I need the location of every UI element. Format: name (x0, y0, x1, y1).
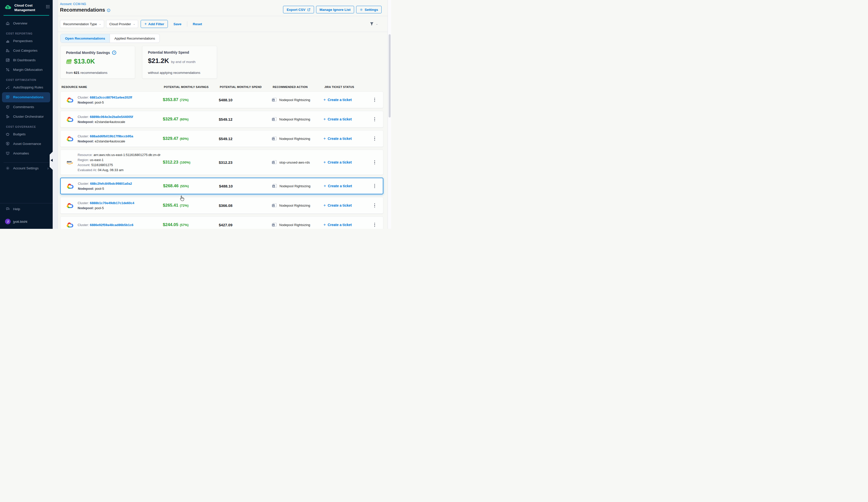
row-menu-kebab-icon[interactable] (373, 159, 377, 166)
save-filter-button[interactable]: Save (173, 22, 182, 26)
sidebar-item-asset-governance[interactable]: Asset Governance (0, 139, 53, 149)
shield-dollar-icon (6, 142, 10, 146)
sidebar-item-overview[interactable]: Overview (0, 19, 53, 28)
settings-button[interactable]: Settings (356, 6, 382, 13)
spend-value: $21.2K (148, 57, 169, 65)
sidebar-item-bi-dashboards[interactable]: BI Dashboards (0, 55, 53, 65)
create-ticket-button[interactable]: +Create a ticket (322, 184, 366, 188)
question-circle-icon[interactable]: ? (112, 50, 116, 55)
reset-filter-button[interactable]: Reset (193, 22, 202, 26)
sidebar-item-commitments[interactable]: Commitments (0, 102, 53, 112)
plus-icon: + (323, 203, 326, 208)
plus-icon: + (323, 117, 326, 122)
create-ticket-button[interactable]: +Create a ticket (321, 203, 366, 208)
sidebar-item-cluster-orchestrator[interactable]: Cluster Orchestrator (0, 112, 53, 122)
spend-cell: $488.10 (217, 98, 270, 102)
recommendation-type-dropdown[interactable]: Recommendation Type ⌄ (60, 20, 104, 28)
sidebar-item-recommendations[interactable]: Recommendations (2, 92, 50, 102)
dashboard-icon (6, 58, 10, 62)
create-ticket-button[interactable]: +Create a ticket (321, 97, 366, 102)
row-menu-kebab-icon[interactable] (373, 135, 377, 143)
sidebar-item-autostopping-rules[interactable]: AutoStopping Rules (0, 83, 53, 92)
sidebar-item-margin-obfuscation[interactable]: Margin Obfuscation (0, 65, 53, 75)
filter-bar: Recommendation Type ⌄ Cloud Provider ⌄ +… (58, 16, 391, 32)
gcp-provider-icon (66, 183, 74, 189)
filter-panel-toggle[interactable]: ⌄ (370, 22, 378, 26)
aws-provider-icon: aws (66, 160, 74, 165)
rightsizing-action-icon (272, 203, 277, 208)
sidebar-item-account-settings[interactable]: Account Settings › (0, 164, 53, 173)
resource-line-cluster: Cluster: 68898c064e3e2ba0e544005f (78, 115, 133, 119)
section-heading-cost-reporting: COST REPORTING (0, 28, 53, 36)
resource-cell: Cluster: 688add6fb019b17f9bccb95aNodepoo… (61, 134, 161, 143)
user-profile[interactable]: J jyoti.bisht (0, 218, 53, 225)
breadcrumb[interactable]: Account: CCM-NG (60, 2, 110, 6)
sidebar-item-cost-categories[interactable]: Cost Categories (0, 46, 53, 55)
create-ticket-button[interactable]: +Create a ticket (321, 160, 366, 165)
table-row[interactable]: awsResource: arn:aws:rds:us-east-1:51161… (60, 150, 383, 175)
tab-applied-recommendations[interactable]: Applied Recommendations (110, 34, 159, 43)
resource-value: 04 Aug, 06:33 am (98, 168, 124, 172)
row-menu-kebab-icon[interactable] (373, 202, 377, 209)
vertical-scrollbar[interactable] (388, 0, 391, 229)
info-icon[interactable] (107, 9, 110, 12)
table-row-selected[interactable]: Cluster: 688c2fefc84fbdc99801a0a2Nodepoo… (60, 178, 383, 194)
resource-value: pool-5 (95, 187, 104, 190)
user-name: jyoti.bisht (13, 220, 27, 223)
cloud-provider-dropdown[interactable]: Cloud Provider ⌄ (106, 20, 138, 28)
manage-ignore-list-button[interactable]: Manage Ignore List (316, 6, 354, 13)
row-menu-kebab-icon[interactable] (373, 221, 377, 229)
sidebar-item-perspectives[interactable]: Perspectives (0, 36, 53, 46)
table-row[interactable]: Cluster: 6888b1c70e49db17c1de60c4Nodepoo… (60, 197, 383, 214)
resource-link[interactable]: 6886e92f59a48cad86b5b1c6 (90, 223, 133, 227)
resource-lines: Cluster: 688add6fb019b17f9bccb95aNodepoo… (78, 134, 133, 143)
table-row[interactable]: Cluster: 68898c064e3e2ba0e544005fNodepoo… (60, 111, 383, 127)
sidebar-item-help[interactable]: ? Help (0, 205, 53, 213)
plus-icon: + (323, 222, 326, 227)
table-row[interactable]: Cluster: 688add6fb019b17f9bccb95aNodepoo… (60, 130, 383, 147)
sidebar-item-budgets[interactable]: Budgets (0, 129, 53, 139)
recommendations-icon (6, 95, 10, 99)
resource-line-label: Cluster: (78, 134, 90, 138)
resource-value: pool-5 (95, 101, 104, 104)
sidebar-item-label: Overview (13, 21, 27, 25)
scrollbar-thumb[interactable] (389, 34, 391, 117)
row-menu-kebab-icon[interactable] (373, 182, 377, 190)
potential-monthly-spend-card: Potential Monthly Spend $21.2K by end of… (142, 46, 217, 79)
alert-shield-icon (6, 151, 10, 156)
gear-icon (6, 166, 10, 170)
potential-monthly-savings-card: Potential Monthly Savings ? $13.0K from … (60, 46, 135, 79)
resource-link[interactable]: 6881a3ccc887941a4ee202ff (90, 95, 132, 99)
app-logo[interactable]: $ Cloud Cost Management (0, 0, 53, 12)
sidebar-item-label: BI Dashboards (13, 58, 35, 62)
spend-value-note: by end of month (171, 60, 196, 64)
resource-line-cluster: Cluster: 6888b1c70e49db17c1de60c4 (78, 201, 134, 205)
collapse-arrow-icon (51, 159, 53, 162)
manage-ignore-list-label: Manage Ignore List (320, 8, 351, 12)
page-title: Recommendations (60, 7, 105, 13)
resource-line-label: Nodepool: (78, 120, 95, 124)
app-switcher-grid-icon[interactable] (46, 5, 50, 9)
row-menu-kebab-icon[interactable] (373, 96, 377, 104)
table-row[interactable]: Cluster: 6881a3ccc887941a4ee202ffNodepoo… (60, 92, 383, 108)
resource-link[interactable]: 688c2fefc84fbdc99801a0a2 (90, 182, 132, 186)
table-row[interactable]: Cluster: 6886e92f59a48cad86b5b1c6$244.05… (60, 217, 383, 229)
resource-link[interactable]: 68898c064e3e2ba0e544005f (90, 115, 133, 119)
resource-cell: Cluster: 6886e92f59a48cad86b5b1c6 (61, 222, 161, 228)
export-csv-button[interactable]: Export CSV (283, 6, 314, 13)
tab-open-recommendations[interactable]: Open Recommendations (61, 34, 110, 43)
recommended-action-cell: Nodepool Rightsizing (270, 136, 321, 141)
create-ticket-button[interactable]: +Create a ticket (321, 222, 366, 227)
resource-link[interactable]: 688add6fb019b17f9bccb95a (90, 134, 133, 138)
column-potential-monthly-spend: POTENTIAL MONTHLY SPEND (218, 85, 271, 88)
sidebar-item-anomalies[interactable]: Anomalies (0, 149, 53, 158)
resource-lines: Cluster: 68898c064e3e2ba0e544005fNodepoo… (78, 115, 133, 124)
sidebar-footer-divider (0, 203, 53, 203)
resource-link[interactable]: 6888b1c70e49db17c1de60c4 (90, 201, 134, 205)
create-ticket-button[interactable]: +Create a ticket (321, 117, 366, 122)
savings-value: $13.0K (74, 57, 95, 65)
help-chat-icon: ? (6, 207, 10, 211)
create-ticket-button[interactable]: +Create a ticket (321, 136, 366, 141)
add-filter-button[interactable]: + Add Filter (141, 20, 168, 28)
row-menu-kebab-icon[interactable] (373, 116, 377, 123)
